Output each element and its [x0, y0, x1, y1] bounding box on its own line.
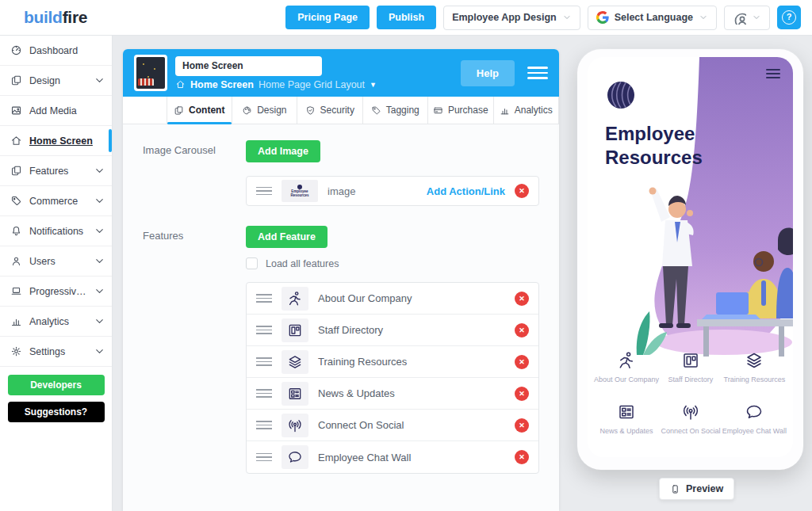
phone-tile-employee-chat-wall[interactable]: Employee Chat Wall	[722, 402, 787, 435]
drag-handle-icon[interactable]	[256, 357, 272, 366]
chevron-down-icon	[94, 165, 105, 177]
phone-tile-connect-on-social[interactable]: Connect On Social	[659, 402, 722, 435]
preview-button-label: Preview	[686, 483, 723, 494]
sidebar-item-dashboard[interactable]: Dashboard	[0, 36, 112, 66]
drag-handle-icon[interactable]	[256, 326, 272, 334]
image-thumbnail[interactable]: Employee Resources	[282, 180, 318, 202]
tile-label: News & Updates	[600, 427, 653, 435]
running-person-icon	[282, 287, 308, 311]
sidebar-item-label: Commerce	[29, 196, 86, 207]
delete-icon[interactable]: ✕	[515, 450, 529, 464]
home-icon	[175, 79, 186, 90]
home-icon	[10, 135, 22, 147]
phone-tile-training-resources[interactable]: Training Resources	[722, 351, 787, 383]
feature-row-employee-chat-wall[interactable]: Employee Chat Wall ✕	[247, 441, 538, 473]
mobile-phone-icon	[670, 484, 680, 494]
tab-design[interactable]: Design	[232, 97, 297, 124]
delete-icon[interactable]: ✕	[515, 418, 529, 433]
tab-tagging[interactable]: Tagging	[363, 97, 428, 124]
add-action-link[interactable]: Add Action/Link	[427, 185, 505, 197]
newspaper-icon	[617, 402, 636, 421]
delete-icon[interactable]: ✕	[515, 323, 529, 337]
delete-icon[interactable]: ✕	[515, 292, 529, 306]
sidebar-item-features[interactable]: Features	[0, 156, 112, 186]
screen-name-input[interactable]	[175, 56, 322, 76]
phone-tile-staff-directory[interactable]: Staff Directory	[659, 351, 722, 383]
drag-handle-icon[interactable]	[256, 421, 272, 429]
chevron-down-icon	[94, 345, 105, 357]
help-icon[interactable]: ?	[777, 6, 801, 29]
publish-button[interactable]: Publish	[377, 6, 436, 29]
image-carousel-label: Image Carousel	[143, 140, 246, 224]
feature-label: Employee Chat Wall	[318, 452, 411, 463]
feature-label: News & Updates	[318, 387, 395, 399]
user-avatar-icon	[733, 11, 746, 25]
tab-label: Purchase	[448, 105, 488, 116]
feature-row-connect-on-social[interactable]: Connect On Social ✕	[247, 410, 538, 441]
tab-security[interactable]: Security	[297, 97, 362, 124]
delete-icon[interactable]: ✕	[515, 387, 529, 401]
add-image-button[interactable]: Add Image	[246, 140, 320, 162]
buildfire-logo[interactable]: buildfire	[24, 8, 87, 27]
suggestions-button[interactable]: Suggestions?	[8, 402, 105, 422]
drag-handle-icon[interactable]	[256, 453, 272, 462]
panel-menu-icon[interactable]	[527, 67, 548, 79]
tab-analytics[interactable]: Analytics	[494, 97, 559, 124]
sidebar-item-notifications[interactable]: Notifications	[0, 216, 112, 246]
phone-feature-grid: About Our Company Staff Directory Traini…	[594, 351, 787, 435]
phone-tile-news-updates[interactable]: News & Updates	[594, 402, 659, 435]
delete-icon[interactable]: ✕	[515, 355, 529, 369]
user-icon	[10, 255, 22, 267]
sidebar-item-commerce[interactable]: Commerce	[0, 186, 112, 216]
drag-handle-icon[interactable]	[256, 187, 272, 196]
company-logo-sphere	[605, 79, 637, 111]
pricing-page-button[interactable]: Pricing Page	[285, 6, 370, 29]
add-feature-button[interactable]: Add Feature	[246, 226, 327, 248]
help-button[interactable]: Help	[461, 60, 515, 86]
load-all-features-checkbox[interactable]	[246, 257, 258, 269]
feature-row-staff-directory[interactable]: Staff Directory ✕	[247, 315, 538, 346]
account-menu[interactable]	[724, 6, 770, 30]
breadcrumb[interactable]: Home Screen Home Page Grid Layout ▼	[175, 79, 453, 90]
topbar-controls: Pricing Page Publish Employee App Design…	[285, 6, 801, 30]
tab-label: Design	[257, 105, 286, 116]
features-label: Features	[143, 226, 246, 474]
sidebar-item-add-media[interactable]: Add Media	[0, 96, 112, 126]
developers-button[interactable]: Developers	[8, 375, 105, 395]
chevron-down-icon	[562, 13, 572, 22]
app-thumbnail[interactable]	[134, 55, 167, 91]
drag-handle-icon[interactable]	[256, 389, 272, 398]
tag-icon	[10, 195, 22, 207]
caret-down-icon: ▼	[370, 81, 377, 89]
tab-purchase[interactable]: Purchase	[428, 97, 493, 124]
feature-row-news-updates[interactable]: News & Updates ✕	[247, 378, 538, 410]
sidebar-item-label: Notifications	[29, 226, 86, 237]
image-row-label: image	[327, 185, 355, 197]
sidebar-item-progressive-web[interactable]: Progressive Web...	[0, 276, 112, 307]
drag-handle-icon[interactable]	[256, 294, 272, 303]
tab-label: Analytics	[515, 105, 553, 116]
sidebar-item-label: Dashboard	[29, 45, 105, 56]
sidebar-item-users[interactable]: Users	[0, 246, 112, 276]
language-selector-dropdown[interactable]: Select Language	[588, 6, 717, 30]
phone-menu-icon[interactable]	[766, 69, 780, 78]
feature-row-about-our-company[interactable]: About Our Company ✕	[247, 283, 538, 315]
sidebar-item-design[interactable]: Design	[0, 66, 112, 96]
sidebar-item-label: Analytics	[29, 316, 86, 327]
delete-icon[interactable]: ✕	[515, 184, 529, 198]
sidebar-item-label: Add Media	[29, 105, 105, 116]
chevron-down-icon	[94, 225, 105, 237]
phone-tile-about-our-company[interactable]: About Our Company	[594, 351, 659, 383]
breadcrumb-layout[interactable]: Home Page Grid Layout	[259, 79, 365, 90]
pages-icon	[10, 74, 22, 86]
sidebar-item-settings[interactable]: Settings	[0, 337, 112, 367]
feature-label: About Our Company	[318, 292, 412, 304]
broadcast-icon	[681, 402, 700, 421]
preview-button[interactable]: Preview	[659, 478, 734, 500]
sidebar-item-analytics[interactable]: Analytics	[0, 307, 112, 337]
feature-row-training-resources[interactable]: Training Resources ✕	[247, 346, 538, 378]
tab-content[interactable]: Content	[167, 97, 232, 124]
app-selector-dropdown[interactable]: Employee App Design	[443, 6, 580, 30]
sidebar-item-home-screen[interactable]: Home Screen	[0, 126, 112, 156]
pages-icon	[10, 165, 22, 177]
